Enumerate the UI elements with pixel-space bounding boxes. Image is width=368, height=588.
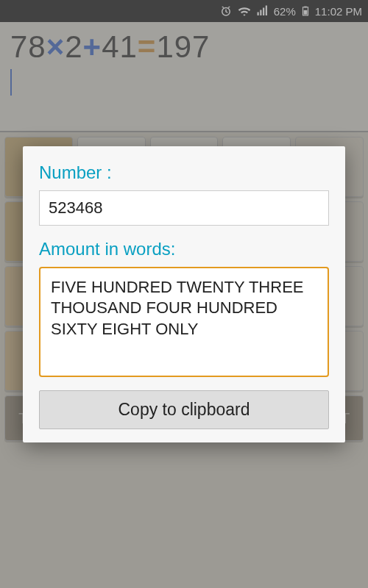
modal-overlay[interactable]: Number : Amount in words: FIVE HUNDRED T… [0,0,368,588]
number-to-words-dialog: Number : Amount in words: FIVE HUNDRED T… [23,146,345,442]
number-input[interactable] [39,190,329,226]
copy-button[interactable]: Copy to clipboard [39,390,329,429]
number-label: Number : [39,162,329,183]
words-output: FIVE HUNDRED TWENTY THREE THOUSAND FOUR … [39,267,329,377]
words-label: Amount in words: [39,239,329,259]
